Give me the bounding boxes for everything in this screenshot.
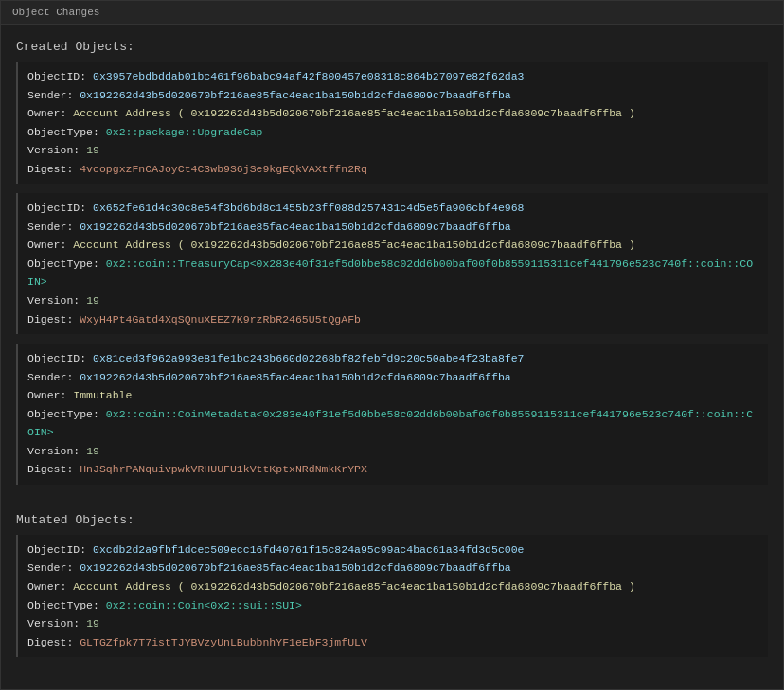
created-obj3-sender-value: 0x192262d43b5d020670bf216ae85fac4eac1ba1… [80, 371, 510, 383]
label-type: ObjectType: [27, 126, 106, 138]
mutated-obj1-version-value: 19 [86, 617, 99, 629]
created-obj3-owner-value: Immutable [73, 389, 132, 401]
created-obj1-digest-value: 4vcopgxzFnCAJoyCt4C3wb9S6jSe9kgEQkVAXtff… [80, 163, 367, 175]
created-obj2-owner-value: Account Address ( 0x192262d43b5d020670bf… [73, 239, 635, 251]
created-obj3-digest: Digest: HnJSqhrPANquivpwkVRHUUFU1kVttKpt… [27, 460, 758, 479]
mutated-obj1-sender: Sender: 0x192262d43b5d020670bf216ae85fac… [27, 558, 758, 577]
created-obj3-id: ObjectID: 0x81ced3f962a993e81fe1bc243b66… [27, 349, 758, 368]
mutated-obj1-owner-value: Account Address ( 0x192262d43b5d020670bf… [73, 580, 635, 593]
label-digest: Digest: [27, 163, 80, 175]
created-obj2-id-value: 0x652fe61d4c30c8e54f3bd6bd8c1455b23ff088… [93, 202, 524, 214]
created-obj1-owner-value: Account Address ( 0x192262d43b5d020670bf… [73, 107, 635, 119]
label-sender: Sender: [27, 89, 80, 101]
created-obj1-owner: Owner: Account Address ( 0x192262d43b5d0… [27, 104, 758, 123]
created-object-2: ObjectID: 0x652fe61d4c30c8e54f3bd6bd8c14… [16, 193, 768, 334]
label-owner: Owner: [27, 107, 73, 119]
created-object-1: ObjectID: 0x3957ebdbddab01bc461f96babc94… [16, 62, 768, 184]
created-obj3-version: Version: 19 [27, 442, 758, 461]
mutated-objects-title: Mutated Objects: [16, 513, 768, 527]
label-version: Version: [27, 144, 86, 156]
created-obj2-type-value: 0x2::coin::TreasuryCap<0x283e40f31ef5d0b… [27, 257, 753, 289]
created-obj2-version: Version: 19 [27, 292, 758, 310]
created-obj1-id-value: 0x3957ebdbddab01bc461f96babc94af42f80045… [93, 70, 524, 82]
created-obj2-digest: Digest: WxyH4Pt4Gatd4XqSQnuXEEZ7K9rzRbR2… [27, 310, 758, 329]
mutated-obj1-type-value: 0x2::coin::Coin<0x2::sui::SUI> [106, 599, 302, 611]
created-obj1-version-value: 19 [86, 144, 99, 156]
created-obj3-digest-value: HnJSqhrPANquivpwkVRHUUFU1kVttKptxNRdNmkK… [80, 463, 367, 475]
created-obj2-owner: Owner: Account Address ( 0x192262d43b5d0… [27, 236, 758, 255]
mutated-obj1-version: Version: 19 [27, 614, 758, 633]
created-obj1-id: ObjectID: 0x3957ebdbddab01bc461f96babc94… [27, 67, 758, 86]
mutated-obj1-type: ObjectType: 0x2::coin::Coin<0x2::sui::SU… [27, 596, 758, 615]
created-obj2-sender: Sender: 0x192262d43b5d020670bf216ae85fac… [27, 218, 758, 237]
mutated-obj1-id: ObjectID: 0xcdb2d2a9fbf1dcec509ecc16fd40… [27, 540, 758, 559]
created-obj3-version-value: 19 [86, 445, 99, 457]
label-objectid: ObjectID: [27, 70, 93, 82]
created-obj1-sender: Sender: 0x192262d43b5d020670bf216ae85fac… [27, 86, 758, 105]
created-obj1-type: ObjectType: 0x2::package::UpgradeCap [27, 123, 758, 142]
mutated-object-1: ObjectID: 0xcdb2d2a9fbf1dcec509ecc16fd40… [16, 535, 768, 657]
window-title: Object Changes [12, 7, 99, 18]
created-object-3: ObjectID: 0x81ced3f962a993e81fe1bc243b66… [16, 344, 768, 485]
mutated-obj1-id-value: 0xcdb2d2a9fbf1dcec509ecc16fd40761f15c824… [93, 543, 524, 556]
created-obj2-digest-value: WxyH4Pt4Gatd4XqSQnuXEEZ7K9rzRbR2465U5tQg… [80, 313, 361, 326]
main-content: Created Objects: ObjectID: 0x3957ebdbdda… [1, 25, 783, 658]
mutated-obj1-sender-value: 0x192262d43b5d020670bf216ae85fac4eac1ba1… [80, 561, 510, 574]
created-obj1-type-value: 0x2::package::UpgradeCap [106, 126, 263, 138]
created-obj2-id: ObjectID: 0x652fe61d4c30c8e54f3bd6bd8c14… [27, 199, 758, 218]
created-obj3-type: ObjectType: 0x2::coin::CoinMetadata<0x28… [27, 405, 758, 442]
created-objects-title: Created Objects: [16, 40, 768, 54]
created-obj1-sender-value: 0x192262d43b5d020670bf216ae85fac4eac1ba1… [80, 89, 510, 101]
created-obj3-sender: Sender: 0x192262d43b5d020670bf216ae85fac… [27, 368, 758, 387]
created-obj3-type-value: 0x2::coin::CoinMetadata<0x283e40f31ef5d0… [27, 408, 753, 439]
created-obj2-sender-value: 0x192262d43b5d020670bf216ae85fac4eac1ba1… [80, 221, 510, 233]
mutated-obj1-digest-value: GLTGZfpk7T7istTJYBVzyUnLBubbnhYF1eEbF3jm… [80, 636, 367, 648]
created-obj2-version-value: 19 [86, 294, 99, 307]
created-obj3-owner: Owner: Immutable [27, 386, 758, 405]
mutated-obj1-digest: Digest: GLTGZfpk7T7istTJYBVzyUnLBubbnhYF… [27, 633, 758, 652]
window: Object Changes Created Objects: ObjectID… [0, 0, 784, 690]
created-obj2-type: ObjectType: 0x2::coin::TreasuryCap<0x283… [27, 255, 758, 292]
created-obj1-digest: Digest: 4vcopgxzFnCAJoyCt4C3wb9S6jSe9kgE… [27, 160, 758, 179]
created-obj3-id-value: 0x81ced3f962a993e81fe1bc243b660d02268bf8… [93, 352, 524, 364]
title-bar: Object Changes [1, 1, 783, 25]
created-obj1-version: Version: 19 [27, 141, 758, 160]
mutated-obj1-owner: Owner: Account Address ( 0x192262d43b5d0… [27, 577, 758, 596]
